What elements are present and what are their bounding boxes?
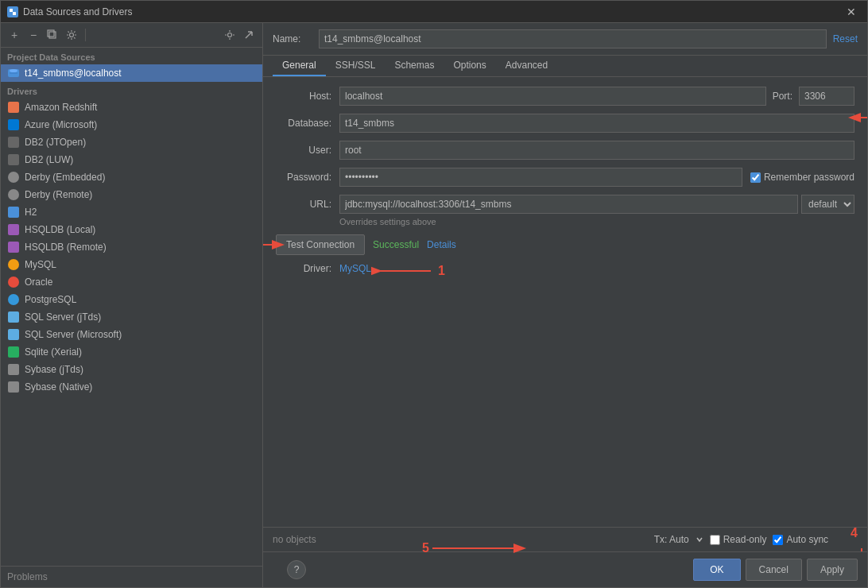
url-label: URL: (276, 199, 339, 210)
app-icon (7, 6, 18, 17)
details-link[interactable]: Details (427, 239, 456, 250)
hsqldb-remote-icon (7, 241, 20, 253)
duplicate-button[interactable] (44, 26, 61, 44)
overrides-text: Overrides settings above (339, 217, 854, 226)
user-label: User: (276, 145, 339, 156)
reset-link[interactable]: Reset (833, 33, 858, 44)
close-button[interactable]: ✕ (842, 4, 861, 20)
driver-db2-jtopen[interactable]: DB2 (JTOpen) (1, 133, 262, 151)
readonly-checkbox[interactable] (710, 535, 720, 545)
remember-label: Remember password (764, 172, 854, 183)
remember-checkbox[interactable] (750, 172, 761, 183)
problems-section: Problems (1, 566, 262, 587)
database-input[interactable] (339, 114, 854, 133)
toolbar-separator (85, 29, 86, 41)
name-input[interactable] (319, 29, 827, 48)
driver-hsqldb-local[interactable]: HSQLDB (Local) (1, 221, 262, 238)
form-area: Host: Port: Database: 2 (263, 77, 867, 527)
button-row: ? 5 OK Cancel Apply (263, 551, 867, 587)
tab-general[interactable]: General (273, 56, 326, 76)
apply-button[interactable]: Apply (807, 559, 858, 581)
azure-icon (7, 118, 20, 131)
driver-derby-embedded[interactable]: Derby (Embedded) (1, 168, 262, 186)
bottom-status: no objects Tx: Auto Read-only Auto sync (263, 527, 867, 551)
oracle-icon (7, 276, 20, 288)
selected-item-label: t14_smbms@localhost (25, 68, 122, 79)
driver-sqlite[interactable]: Sqlite (Xerial) (1, 343, 262, 361)
name-row: Name: Reset (263, 23, 867, 56)
port-label: Port: (773, 91, 792, 102)
tab-advanced[interactable]: Advanced (496, 56, 557, 76)
tab-options[interactable]: Options (444, 56, 495, 76)
help-button[interactable]: ? (287, 560, 306, 579)
svg-rect-4 (48, 30, 54, 37)
driver-derby-remote[interactable]: Derby (Remote) (1, 186, 262, 203)
driver-mysql[interactable]: MySQL (1, 256, 262, 273)
sybase-native-icon (7, 381, 20, 393)
mysql-icon (7, 258, 20, 271)
db2jtopen-icon (7, 136, 20, 149)
driver-sqlserver-microsoft[interactable]: SQL Server (Microsoft) (1, 326, 262, 343)
derby-remote-icon (7, 188, 20, 201)
name-label: Name: (273, 33, 312, 44)
password-input[interactable] (339, 168, 742, 187)
tx-label: Tx: Auto (654, 534, 689, 545)
driver-db2-luw[interactable]: DB2 (LUW) (1, 151, 262, 168)
redshift-icon (7, 101, 20, 114)
url-select[interactable]: default (801, 195, 854, 214)
problems-label: Problems (7, 571, 48, 582)
database-label: Database: (276, 118, 339, 129)
test-connection-button[interactable]: Test Connection (276, 234, 365, 255)
driver-h2[interactable]: H2 (1, 203, 262, 221)
remove-button[interactable]: − (25, 26, 42, 44)
ok-button[interactable]: OK (693, 559, 740, 581)
driver-postgresql[interactable]: PostgreSQL (1, 291, 262, 308)
right-panel: Name: Reset General SSH/SSL Schemas Opti… (263, 23, 867, 587)
drivers-section: Drivers Amazon Redshift Azure (Microsoft… (1, 82, 262, 566)
driver-amazon-redshift[interactable]: Amazon Redshift (1, 99, 262, 116)
bottom-right: Tx: Auto Read-only Auto sync (654, 532, 858, 547)
no-objects-label: no objects (273, 534, 316, 545)
svg-rect-1 (10, 9, 13, 12)
annotation-2: 2 (843, 106, 867, 130)
tabs: General SSH/SSL Schemas Options Advanced (263, 56, 867, 77)
readonly-label: Read-only (723, 534, 767, 545)
driver-link[interactable]: MySQL (339, 263, 371, 274)
postgresql-icon (7, 293, 20, 306)
add-button[interactable]: + (6, 26, 23, 44)
project-sources-header: Project Data Sources (1, 48, 262, 64)
arrow-button[interactable] (240, 26, 258, 44)
sqlserver-jtds-icon (7, 311, 20, 323)
driver-azure[interactable]: Azure (Microsoft) (1, 116, 262, 133)
password-label: Password: (276, 172, 339, 183)
main-window: Data Sources and Drivers ✕ + − (0, 0, 868, 588)
driver-sybase-jtds[interactable]: Sybase (jTds) (1, 361, 262, 378)
tab-sshssl[interactable]: SSH/SSL (326, 56, 386, 76)
sidebar-item-t14[interactable]: t14_smbms@localhost (1, 64, 262, 82)
hsqldb-local-icon (7, 223, 20, 236)
user-input[interactable] (339, 141, 854, 160)
settings-button[interactable] (221, 26, 238, 44)
main-content: + − Project Data (1, 23, 867, 587)
autosync-checkbox[interactable] (773, 535, 783, 545)
tx-dropdown-icon (696, 536, 703, 544)
host-input[interactable] (339, 87, 766, 106)
annotation-1: 1 (371, 259, 445, 283)
driver-oracle[interactable]: Oracle (1, 273, 262, 291)
database-row: Database: 2 (276, 114, 854, 133)
driver-hsqldb-remote[interactable]: HSQLDB (Remote) (1, 238, 262, 256)
svg-point-5 (70, 33, 74, 37)
sidebar-toolbar: + − (1, 23, 262, 48)
tab-schemas[interactable]: Schemas (385, 56, 444, 76)
annotation-5: 5 (422, 540, 528, 556)
port-input[interactable] (799, 87, 854, 106)
svg-point-8 (10, 69, 17, 72)
url-input[interactable] (339, 195, 798, 214)
config-button[interactable] (63, 26, 80, 44)
cancel-button[interactable]: Cancel (746, 559, 802, 581)
drivers-header: Drivers (1, 82, 262, 99)
driver-sqlserver-jtds[interactable]: SQL Server (jTds) (1, 308, 262, 326)
driver-sybase-native[interactable]: Sybase (Native) (1, 378, 262, 396)
title-bar: Data Sources and Drivers ✕ (1, 1, 867, 23)
sidebar: + − Project Data (1, 23, 263, 587)
